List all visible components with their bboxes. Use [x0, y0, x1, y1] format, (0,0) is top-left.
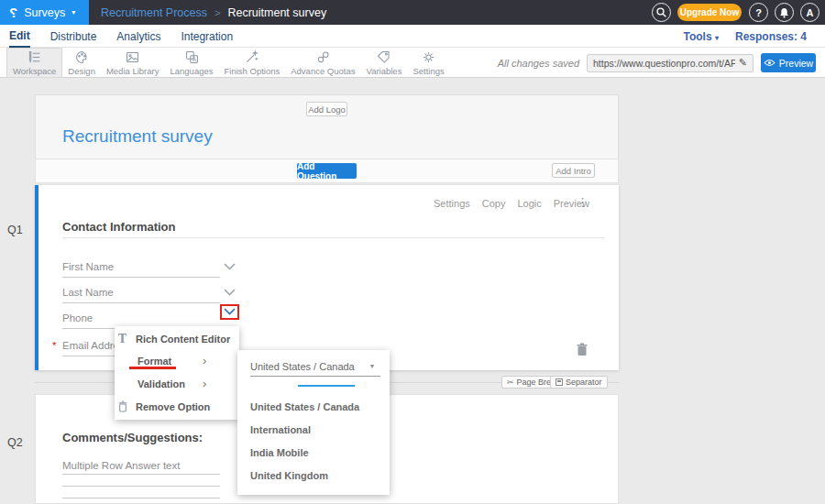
first-name-dropdown-icon[interactable]	[224, 263, 236, 270]
q1-actions: Settings Copy Logic Preview	[434, 198, 589, 209]
field-email[interactable]: Email Addre	[62, 340, 119, 351]
bell-icon	[779, 7, 789, 18]
field-first-name[interactable]: First Name	[62, 261, 114, 272]
add-logo-button[interactable]: Add Logo	[306, 102, 347, 116]
menu-item-rich-content-editor[interactable]: Rich Content Editor	[136, 334, 230, 345]
workspace-icon	[27, 49, 42, 65]
format-focus-indicator	[298, 385, 355, 387]
breadcrumb-current: Recruitment survey	[227, 6, 326, 19]
toolbar-right: All changes saved https://www.questionpr…	[498, 48, 816, 78]
separator-button[interactable]: Separator	[550, 376, 608, 389]
validation-submenu-arrow-icon: ›	[203, 378, 206, 389]
q1-heading-divider	[62, 237, 605, 238]
topbar: ? Surveys ▾ Recruitment Process > Recrui…	[0, 0, 825, 25]
tab-analytics[interactable]: Analytics	[116, 25, 160, 48]
share-url-text: https://www.questionpro.com/t/APNrFZ	[593, 58, 735, 69]
tag-icon	[376, 49, 391, 65]
chevron-down-icon: ▾	[715, 34, 719, 42]
format-option-international[interactable]: International	[250, 424, 311, 435]
format-select-value[interactable]: United States / Canada	[250, 361, 355, 372]
q1-more-menu-icon[interactable]: ⋮	[577, 195, 588, 209]
search-button[interactable]	[652, 3, 671, 22]
toolbar-item-advance-quotas[interactable]: Advance Quotas	[285, 48, 360, 78]
field-last-name-underline	[62, 302, 220, 303]
q2-heading[interactable]: Comments/Suggestions:	[62, 431, 203, 444]
field-phone[interactable]: Phone	[62, 312, 93, 323]
q2-answer-line-3	[62, 498, 220, 499]
image-icon	[125, 49, 140, 65]
toolbar-item-design[interactable]: Design	[62, 48, 101, 78]
tab-distribute[interactable]: Distribute	[50, 25, 97, 48]
upgrade-now-button[interactable]: Upgrade Now	[677, 4, 742, 21]
q1-delete-icon[interactable]	[577, 343, 588, 356]
breadcrumb-parent-link[interactable]: Recruitment Process	[101, 6, 207, 19]
q2-answer-placeholder[interactable]: Multiple Row Answer text	[62, 460, 180, 471]
svg-text:A: A	[192, 56, 196, 62]
trash-icon	[118, 400, 127, 412]
field-last-name[interactable]: Last Name	[62, 287, 114, 298]
menu-item-remove-option[interactable]: Remove Option	[136, 401, 210, 412]
survey-title[interactable]: Recruitment survey	[62, 126, 213, 147]
q1-logic-link[interactable]: Logic	[517, 198, 541, 209]
q2-answer-line-2	[62, 486, 220, 487]
edit-url-icon[interactable]: ✎	[739, 57, 747, 69]
toolbar-item-variables[interactable]: Variables	[361, 48, 408, 78]
questionpro-logo-icon: ?	[9, 5, 17, 19]
q1-settings-link[interactable]: Settings	[434, 198, 470, 209]
phone-dropdown-icon[interactable]	[224, 308, 236, 315]
last-name-dropdown-icon[interactable]	[224, 289, 236, 296]
toolbar-item-languages[interactable]: A Languages	[164, 48, 218, 78]
menu-item-validation[interactable]: Validation	[138, 378, 185, 389]
menu-item-format[interactable]: Format	[138, 356, 171, 367]
preview-button[interactable]: Preview	[761, 53, 816, 72]
tabs: Edit Distribute Analytics Integration	[9, 25, 233, 48]
tools-menu[interactable]: Tools ▾	[684, 30, 719, 43]
format-submenu-arrow-icon: ›	[203, 355, 206, 367]
q2-label: Q2	[7, 436, 23, 449]
text-format-icon: T	[118, 333, 126, 345]
responses-link[interactable]: Responses: 4	[735, 30, 807, 43]
magic-wand-icon	[244, 49, 259, 65]
q1-heading[interactable]: Contact Information	[62, 220, 176, 234]
linked-rings-icon	[315, 49, 331, 65]
breadcrumb-separator: >	[214, 7, 220, 18]
brand-menu[interactable]: ? Surveys ▾	[0, 0, 89, 25]
format-option-united-kingdom[interactable]: United Kingdom	[250, 470, 328, 481]
tabbar-right: Tools ▾ Responses: 4	[684, 25, 808, 48]
survey-editor-app: ? Surveys ▾ Recruitment Process > Recrui…	[0, 0, 825, 504]
palette-icon	[74, 49, 90, 65]
toolbar-items: Workspace Design Media Library A	[6, 48, 450, 78]
tabbar: Edit Distribute Analytics Integration To…	[0, 25, 825, 48]
separator-icon	[556, 378, 563, 386]
toolbar-item-workspace[interactable]: Workspace	[6, 48, 62, 78]
translate-icon: A	[184, 49, 200, 65]
eye-icon	[764, 59, 776, 67]
gear-icon	[421, 49, 436, 65]
format-select-underline	[250, 376, 380, 377]
tab-integration[interactable]: Integration	[181, 25, 233, 48]
format-option-india-mobile[interactable]: India Mobile	[250, 447, 309, 458]
tab-edit[interactable]: Edit	[9, 25, 30, 48]
search-icon	[656, 7, 666, 17]
format-option-us-canada[interactable]: United States / Canada	[250, 401, 359, 412]
format-select-caret-icon[interactable]: ▾	[370, 362, 374, 370]
avatar[interactable]: A	[800, 3, 820, 22]
brand-label: Surveys	[24, 6, 65, 19]
share-url-field[interactable]: https://www.questionpro.com/t/APNrFZ ✎	[587, 54, 754, 72]
chevron-down-icon: ▾	[72, 8, 75, 16]
save-status: All changes saved	[498, 58, 579, 69]
q1-copy-link[interactable]: Copy	[482, 198, 506, 209]
toolbar-item-finish-options[interactable]: Finish Options	[219, 48, 286, 78]
toolbar: Workspace Design Media Library A	[0, 48, 825, 78]
help-button[interactable]: ?	[749, 3, 768, 22]
notifications-button[interactable]	[775, 3, 794, 22]
q2-answer-line-1	[62, 474, 220, 475]
scissors-icon: ✂	[507, 378, 514, 387]
field-first-name-underline	[62, 277, 220, 278]
add-question-button[interactable]: Add Question	[297, 163, 357, 179]
toolbar-item-media-library[interactable]: Media Library	[101, 48, 165, 78]
required-marker: *	[52, 340, 56, 351]
q1-label: Q1	[7, 224, 23, 236]
toolbar-item-settings[interactable]: Settings	[407, 48, 449, 78]
add-intro-button[interactable]: Add Intro	[552, 163, 595, 178]
